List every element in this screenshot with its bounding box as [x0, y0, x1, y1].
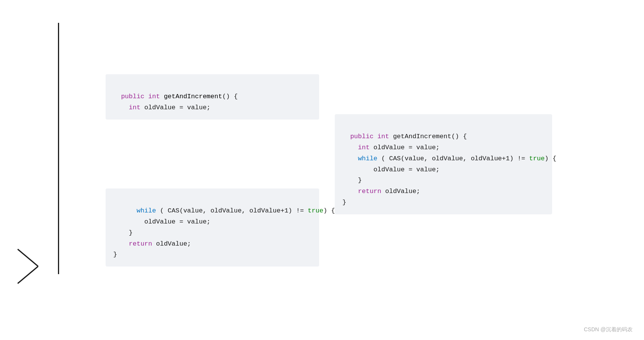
code-box-right: public int getAndIncrement() { int oldVa…: [335, 114, 552, 214]
keyword-while: while: [137, 207, 156, 214]
r-keyword-public: public: [350, 133, 373, 140]
code-box-bottom-left: while ( CAS(value, oldValue, oldValue+1)…: [106, 188, 319, 267]
keyword-public: public: [121, 93, 144, 100]
r-keyword-int: int: [377, 133, 389, 140]
watermark: CSDN @沉着的码农: [584, 326, 633, 333]
r-keyword-while: while: [358, 155, 377, 162]
keyword-int2: int: [129, 104, 141, 111]
r-keyword-true: true: [529, 155, 545, 162]
keyword-true: true: [308, 207, 323, 214]
method-name: getAndIncrement: [164, 93, 222, 100]
r-keyword-return: return: [358, 188, 381, 195]
r-keyword-int2: int: [358, 144, 370, 151]
keyword-return: return: [129, 240, 152, 247]
keyword-int: int: [148, 93, 160, 100]
code-box-top-left: public int getAndIncrement() { int oldVa…: [106, 74, 319, 120]
arrow-vertical-line: [58, 23, 59, 274]
